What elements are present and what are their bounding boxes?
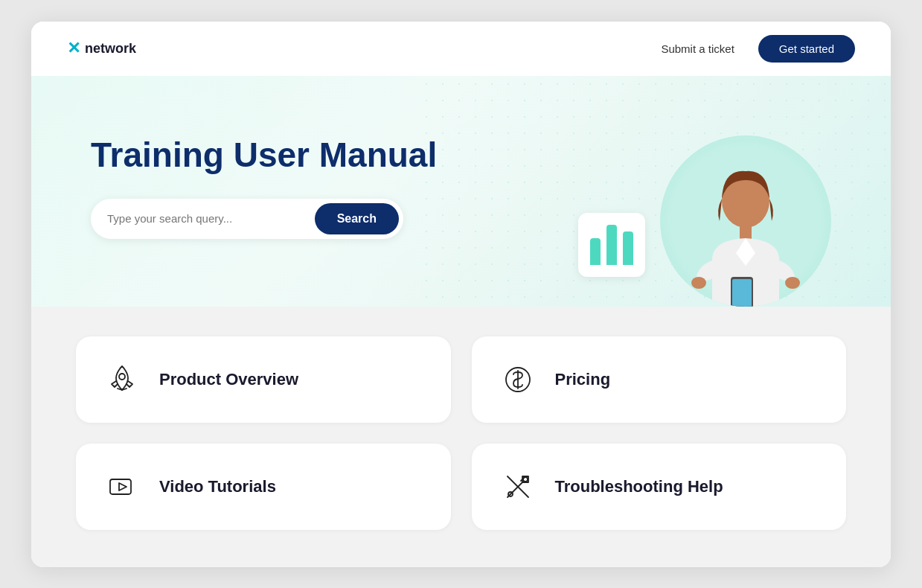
product-overview-label: Product Overview bbox=[159, 370, 298, 389]
troubleshooting-card[interactable]: Troubleshooting Help bbox=[472, 444, 847, 530]
hero-content: Training User Manual Search bbox=[91, 135, 437, 239]
search-bar: Search bbox=[91, 199, 403, 239]
video-tutorials-label: Video Tutorials bbox=[159, 477, 276, 496]
svg-point-3 bbox=[785, 277, 800, 289]
person-svg bbox=[668, 150, 824, 307]
video-tutorials-card[interactable]: Video Tutorials bbox=[76, 444, 451, 530]
page-wrapper: ✕ network Submit a ticket Get started Tr… bbox=[31, 22, 891, 567]
header: ✕ network Submit a ticket Get started bbox=[31, 22, 891, 76]
svg-point-2 bbox=[691, 277, 706, 289]
search-button[interactable]: Search bbox=[315, 203, 399, 234]
svg-point-13 bbox=[523, 477, 528, 482]
header-nav: Submit a ticket Get started bbox=[661, 35, 855, 63]
hero-illustration bbox=[578, 135, 831, 307]
chart-graphic bbox=[578, 213, 645, 277]
svg-rect-1 bbox=[740, 225, 752, 240]
rocket-icon bbox=[103, 360, 141, 399]
hero-title: Training User Manual bbox=[91, 135, 437, 175]
pricing-card[interactable]: Pricing bbox=[472, 336, 847, 423]
cards-grid: Product Overview Pricing bbox=[76, 336, 846, 530]
pricing-label: Pricing bbox=[555, 370, 611, 389]
product-overview-card[interactable]: Product Overview bbox=[76, 336, 451, 423]
svg-point-6 bbox=[119, 374, 125, 380]
chart-bar-1 bbox=[590, 238, 601, 265]
logo: ✕ network bbox=[67, 39, 136, 58]
person-illustration bbox=[660, 135, 831, 307]
chart-bar-3 bbox=[623, 231, 633, 265]
search-input[interactable] bbox=[107, 212, 315, 225]
svg-marker-9 bbox=[119, 483, 127, 490]
hero-section: Training User Manual Search bbox=[31, 76, 891, 307]
troubleshooting-label: Troubleshooting Help bbox=[555, 477, 723, 496]
logo-text: network bbox=[85, 41, 136, 57]
logo-icon: ✕ bbox=[67, 39, 80, 58]
svg-rect-5 bbox=[732, 279, 752, 307]
chart-bar-2 bbox=[606, 225, 617, 265]
get-started-button[interactable]: Get started bbox=[758, 35, 855, 63]
dollar-icon bbox=[499, 360, 537, 399]
tools-icon bbox=[499, 467, 537, 506]
video-icon bbox=[103, 467, 141, 506]
cards-section: Product Overview Pricing bbox=[31, 307, 891, 567]
submit-ticket-link[interactable]: Submit a ticket bbox=[661, 42, 734, 55]
svg-rect-8 bbox=[110, 479, 131, 494]
